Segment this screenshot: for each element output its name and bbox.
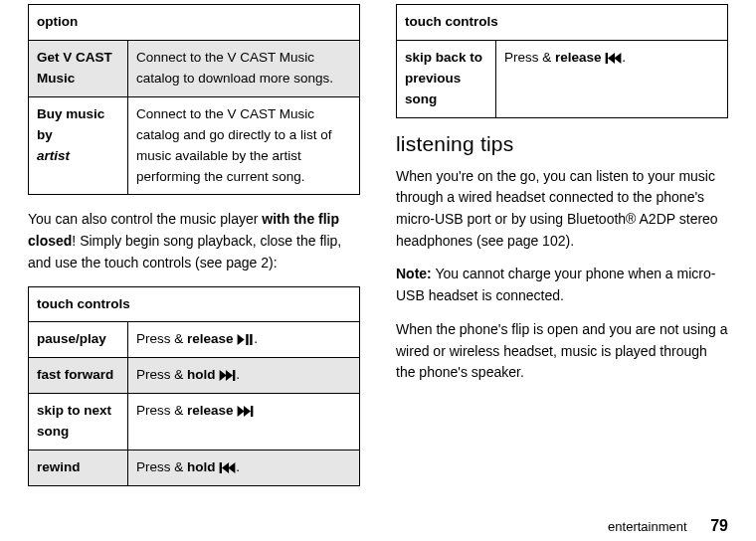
left-column: option Get V CAST Music Connect to the V… bbox=[28, 4, 360, 539]
touch-header: touch controls bbox=[29, 286, 360, 322]
desc-bold: hold bbox=[187, 367, 216, 382]
desc-text: . bbox=[622, 50, 626, 65]
option-desc: Connect to the V CAST Music catalog and … bbox=[127, 96, 359, 195]
touch-label: rewind bbox=[29, 451, 128, 486]
option-table: option Get V CAST Music Connect to the V… bbox=[28, 4, 360, 195]
option-label: Get V CAST Music bbox=[29, 40, 128, 96]
listening-tips-heading: listening tips bbox=[396, 132, 728, 156]
page-footer: entertainment 79 bbox=[608, 517, 728, 535]
desc-text: Press & bbox=[136, 331, 187, 346]
touch-desc: Press & hold . bbox=[127, 451, 359, 486]
desc-text: Press & bbox=[136, 367, 187, 382]
listening-tips-p1: When you're on the go, you can listen to… bbox=[396, 166, 728, 253]
desc-bold: release bbox=[187, 403, 234, 418]
footer-section: entertainment bbox=[608, 519, 687, 534]
rew-start-icon bbox=[219, 462, 236, 473]
touch-label: fast forward bbox=[29, 358, 128, 394]
touch-desc: Press & hold . bbox=[127, 358, 359, 394]
touch-label: skip back to previous song bbox=[397, 40, 496, 117]
para-text: You can also control the music player bbox=[28, 211, 262, 227]
listening-tips-p3: When the phone's flip is open and you ar… bbox=[396, 319, 728, 384]
desc-text: . bbox=[236, 367, 240, 382]
touch-desc: Press & release . bbox=[127, 322, 359, 358]
page-number: 79 bbox=[710, 517, 728, 534]
desc-text: . bbox=[236, 459, 240, 474]
touch-controls-table-left: touch controls pause/play Press & releas… bbox=[28, 286, 360, 487]
desc-bold: hold bbox=[187, 459, 216, 474]
listening-tips-note: Note: You cannot charge your phone when … bbox=[396, 264, 728, 306]
note-label: Note: bbox=[396, 266, 432, 281]
desc-text: Press & bbox=[136, 403, 187, 418]
flip-closed-para: You can also control the music player wi… bbox=[28, 209, 360, 273]
label-italic: artist bbox=[37, 148, 70, 163]
para-text: ! Simply begin song playback, close the … bbox=[28, 233, 341, 270]
option-desc: Connect to the V CAST Music catalog to d… bbox=[127, 40, 359, 96]
note-text: You cannot charge your phone when a micr… bbox=[396, 266, 715, 303]
play-pause-icon bbox=[237, 334, 254, 345]
touch-label: pause/play bbox=[29, 322, 128, 358]
label-line1: Buy music by bbox=[37, 106, 104, 142]
desc-text: . bbox=[254, 331, 258, 346]
option-label: Buy music by artist bbox=[29, 96, 128, 195]
label-line2: Music bbox=[37, 71, 75, 86]
fwd-end-icon bbox=[219, 370, 236, 381]
desc-text: Press & bbox=[504, 50, 555, 65]
desc-bold: release bbox=[187, 331, 234, 346]
desc-text: Press & bbox=[136, 459, 187, 474]
desc-bold: release bbox=[555, 50, 602, 65]
touch-desc: Press & release . bbox=[495, 40, 727, 117]
touch-controls-table-right: touch controls skip back to previous son… bbox=[396, 4, 728, 118]
option-header: option bbox=[29, 5, 360, 41]
label-line1: Get V CAST bbox=[37, 50, 112, 65]
touch-header: touch controls bbox=[397, 5, 728, 41]
touch-label: skip to next song bbox=[29, 394, 128, 451]
right-column: touch controls skip back to previous son… bbox=[396, 4, 728, 539]
rew-start-icon bbox=[605, 53, 622, 64]
touch-desc: Press & release bbox=[127, 394, 359, 451]
fwd-end-icon bbox=[237, 406, 254, 417]
